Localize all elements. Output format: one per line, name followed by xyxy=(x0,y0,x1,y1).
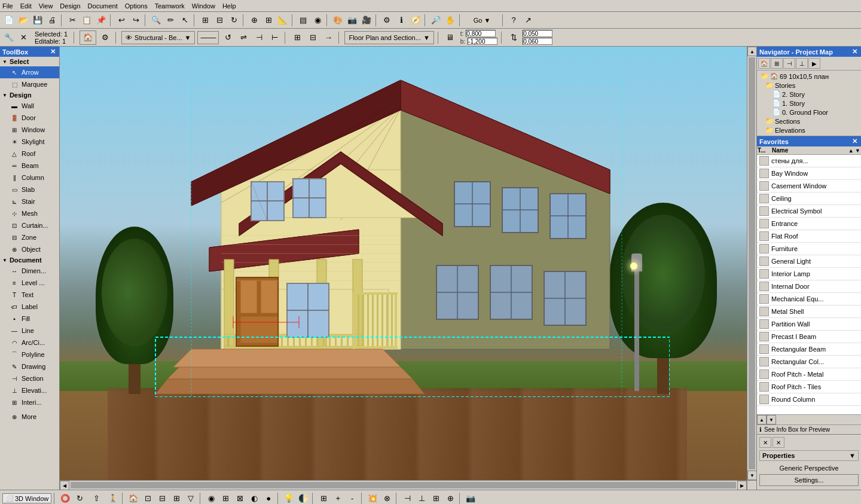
tree-story0[interactable]: 📄 0. Ground Floor xyxy=(758,108,860,117)
fav-item-15[interactable]: Rectangular Beam xyxy=(757,343,861,356)
shade-btn[interactable]: ◐ xyxy=(248,492,261,505)
3d-btn[interactable]: ◉ xyxy=(311,14,324,27)
back-btn[interactable]: ⊟ xyxy=(155,492,169,505)
fav-item-12[interactable]: Metal Shell xyxy=(757,306,861,318)
scale2-btn[interactable]: ⊟ xyxy=(306,31,319,44)
walk2-btn[interactable]: 🚶 xyxy=(106,492,120,505)
side-btn[interactable]: ⊞ xyxy=(170,492,183,505)
nav-story-btn[interactable]: ⊞ xyxy=(771,58,783,69)
props-expand-btn[interactable]: ✕ xyxy=(773,437,784,448)
section-plane-btn[interactable]: ⊣ xyxy=(401,492,414,505)
render-btn[interactable]: 🎨 xyxy=(331,14,344,27)
fav-item-14[interactable]: Precast I Beam xyxy=(757,331,861,343)
tool-zone[interactable]: ⊟ Zone xyxy=(0,231,59,243)
tool-elevati[interactable]: ⊥ Elevati... xyxy=(0,384,59,396)
settings-btn[interactable]: ⚙ xyxy=(380,14,393,27)
photo-btn[interactable]: 📷 xyxy=(346,14,359,27)
pointer-btn[interactable]: ↖ xyxy=(178,14,191,27)
fav-item-16[interactable]: Rectangular Col... xyxy=(757,356,861,368)
tool-arrow[interactable]: ↖ Arrow xyxy=(0,66,59,78)
view-spin-btn[interactable]: ↻ xyxy=(73,492,86,505)
settings-icon[interactable]: ⚙ xyxy=(99,31,112,44)
see-info-row[interactable]: ℹ See Info Box for Preview xyxy=(757,424,861,434)
navigator-close[interactable]: ✕ xyxy=(851,48,859,56)
tool-interi[interactable]: ⊞ Interi... xyxy=(0,396,59,408)
hidden-btn[interactable]: ⊠ xyxy=(233,492,246,505)
fav-item-19[interactable]: Round Column xyxy=(757,393,861,406)
scale-btn[interactable]: ⊞ xyxy=(291,31,304,44)
fav-scroll-up[interactable]: ▲ xyxy=(757,415,767,424)
floorplan-dropdown[interactable]: Floor Plan and Section... ▼ xyxy=(344,31,433,44)
align2-btn[interactable]: ⊢ xyxy=(268,31,281,44)
top-btn[interactable]: ▽ xyxy=(184,492,197,505)
flip-btn[interactable]: ⇌ xyxy=(237,31,250,44)
nav-more-btn[interactable]: ▶ xyxy=(808,58,820,69)
tree-elevations[interactable]: 📁 Elevations xyxy=(758,126,860,135)
fav-item-10[interactable]: Internal Door xyxy=(757,280,861,293)
cut-btn[interactable]: ✂ xyxy=(66,14,79,27)
favorites-list[interactable]: стены для... Bay Window Casement Window … xyxy=(757,155,861,414)
transform-btn[interactable]: ⊞ xyxy=(199,14,212,27)
view-orbit-btn[interactable]: ⭕ xyxy=(59,492,72,505)
tool-polyline[interactable]: ⌒ Polyline xyxy=(0,349,59,361)
tool-dimen[interactable]: ↔ Dimen... xyxy=(0,265,59,277)
tool-beam[interactable]: ═ Beam xyxy=(0,160,59,172)
props-settings-btn[interactable]: Settings... xyxy=(759,474,859,486)
fav-item-8[interactable]: General Light xyxy=(757,255,861,268)
tool-column[interactable]: ‖ Column xyxy=(0,172,59,184)
tool-level[interactable]: ≡ Level ... xyxy=(0,277,59,289)
search-btn[interactable]: 🔍 xyxy=(149,14,163,27)
nav-btn[interactable]: 🧭 xyxy=(409,14,422,27)
snap-btn[interactable]: ⊕ xyxy=(248,14,261,27)
tree-story2[interactable]: 📄 2. Story xyxy=(758,90,860,99)
props-close-btn[interactable]: ✕ xyxy=(759,437,771,448)
t-input[interactable] xyxy=(466,30,496,37)
pointer2-btn[interactable]: ↗ xyxy=(521,14,535,27)
menu-edit[interactable]: Edit xyxy=(20,2,32,10)
mirror-btn[interactable]: ⊟ xyxy=(213,14,226,27)
filter-btn[interactable]: ⊗ xyxy=(380,492,393,505)
nav-floorplan-btn[interactable]: 🏠 xyxy=(758,58,770,69)
3d-only-btn[interactable]: ⊕ xyxy=(444,492,457,505)
3d-window-tab[interactable]: ⬜ 3D Window xyxy=(2,493,51,503)
tool-mesh[interactable]: ⊹ Mesh xyxy=(0,207,59,219)
light-btn[interactable]: 💡 xyxy=(282,492,295,505)
menu-view[interactable]: View xyxy=(39,2,53,10)
tool-fill[interactable]: ▪ Fill xyxy=(0,313,59,325)
scroll-right-btn[interactable]: ▶ xyxy=(737,481,747,490)
view-3d-icon[interactable]: 🏠 xyxy=(80,30,96,45)
menu-design[interactable]: Design xyxy=(60,2,80,10)
align-btn[interactable]: ⊣ xyxy=(252,31,265,44)
refresh-btn[interactable]: ↺ xyxy=(221,31,234,44)
tool-drawing[interactable]: ✎ Drawing xyxy=(0,361,59,372)
tool-object[interactable]: ⊕ Object xyxy=(0,243,59,255)
props-collapse-icon[interactable]: ▼ xyxy=(849,452,856,459)
nav-section-btn[interactable]: ⊣ xyxy=(783,58,795,69)
fav-scroll-down[interactable]: ▼ xyxy=(767,415,776,424)
print-btn[interactable]: 🖨 xyxy=(45,14,59,27)
pan-btn[interactable]: ✋ xyxy=(444,14,457,27)
view-icon2[interactable]: 🖥 xyxy=(444,31,457,44)
menu-file[interactable]: File xyxy=(2,2,13,10)
tool-label[interactable]: 🏷 Label xyxy=(0,301,59,313)
fav-sort-arrow[interactable]: ▲ ▼ xyxy=(848,148,860,154)
scroll-thumb-v[interactable] xyxy=(749,57,755,469)
info-btn[interactable]: ℹ xyxy=(395,14,408,27)
elevation-icon[interactable]: ⇅ xyxy=(507,31,520,44)
measure-btn[interactable]: 📐 xyxy=(276,14,289,27)
zoom-fit-btn[interactable]: ⊞ xyxy=(317,492,330,505)
fav-item-4[interactable]: Electrical Symbol xyxy=(757,205,861,218)
line-style-btn[interactable]: —— xyxy=(197,31,219,44)
explode-btn[interactable]: 💥 xyxy=(366,492,379,505)
elev-input2[interactable] xyxy=(523,38,552,45)
design-section[interactable]: ▼ Design xyxy=(0,90,59,100)
select-section[interactable]: ▼ Select xyxy=(0,57,59,66)
home-btn[interactable]: 🏠 xyxy=(127,492,140,505)
fav-item-2[interactable]: Casement Window xyxy=(757,180,861,193)
menu-options[interactable]: Options xyxy=(125,2,148,10)
tool-arc[interactable]: ◠ Arc/Ci... xyxy=(0,337,59,349)
fav-item-6[interactable]: Flat Roof xyxy=(757,230,861,243)
tree-story1[interactable]: 📄 1. Story xyxy=(758,99,860,108)
fav-item-0[interactable]: стены для... xyxy=(757,155,861,167)
fav-item-5[interactable]: Entrance xyxy=(757,218,861,230)
